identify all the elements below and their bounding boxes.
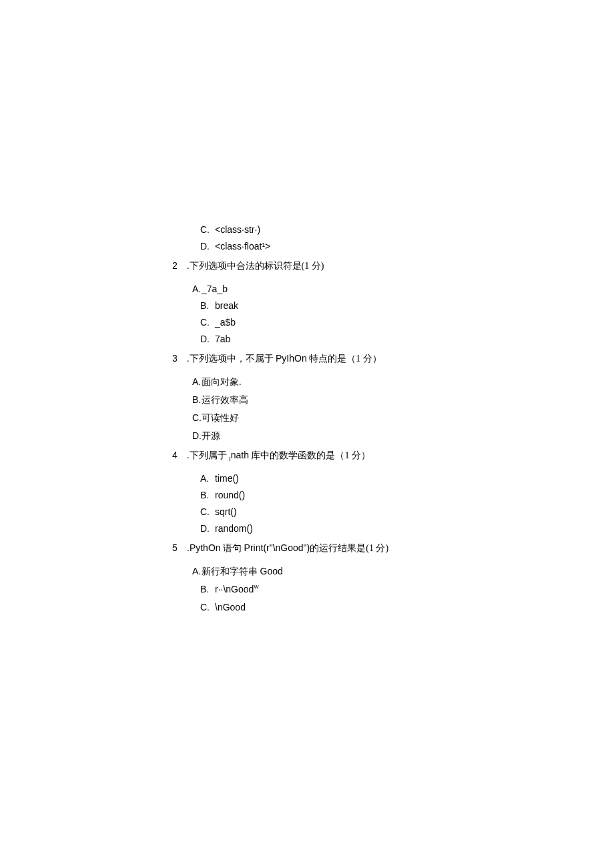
option-letter: D. (200, 522, 215, 536)
txt: 的运行结果是(1 分) (310, 543, 388, 553)
txt: w (254, 582, 258, 590)
option-text: round() (215, 490, 245, 500)
txt: Print(r"\nGood") (244, 542, 310, 553)
q3-option-a: A.面向对象. (172, 375, 506, 389)
question-5: 5 .PythOn 语句 Print(r"\nGood")的运行结果是(1 分) (172, 541, 506, 555)
option-text: \nGood (215, 602, 246, 612)
q4-option-b: B.round() (172, 488, 506, 502)
option-letter: C. (200, 600, 215, 614)
question-body: .PythOn 语句 Print(r"\nGood")的运行结果是(1 分) (187, 541, 388, 555)
option-letter: D. (192, 429, 202, 443)
option-letter: B. (200, 299, 215, 313)
option-letter: C. (200, 505, 215, 519)
txt: 特点的是（1 分） (307, 354, 382, 364)
option-letter: A. (192, 375, 202, 389)
option-letter: B. (200, 488, 215, 502)
q4-option-c: C.sqrt() (172, 505, 506, 519)
txt: .下列选项中，不属于 (187, 354, 276, 364)
option-text: 可读性好 (202, 413, 239, 423)
option-letter: A. (192, 564, 202, 578)
q5-option-c: C.\nGood (172, 600, 506, 614)
question-body: .下列属于 Inath 库中的数学函数的是（1 分） (187, 448, 370, 462)
txt: 语句 (221, 543, 244, 553)
option-text: sqrt() (215, 506, 237, 517)
option-letter: B. (192, 393, 202, 407)
q2-option-c: C._a$b (172, 316, 506, 330)
option-text: 面向对象. (202, 377, 242, 387)
option-letter: A. (200, 472, 215, 486)
option-text: 开源 (202, 431, 220, 441)
frag1-option-d: D.<class·float¹> (172, 240, 506, 254)
question-3: 3 .下列选项中，不属于 PyIhOn 特点的是（1 分） (172, 352, 506, 366)
q5-option-b: B.r··\nGoodw (172, 582, 506, 596)
option-text: <class·str·) (215, 224, 260, 235)
option-text: r··\nGoodw (215, 584, 258, 594)
question-number: 4 (172, 448, 187, 462)
question-body: .下列选项中合法的标识符是(1 分) (187, 259, 324, 273)
option-text: break (215, 300, 238, 311)
question-number: 5 (172, 541, 187, 555)
q2-option-d: D.7ab (172, 332, 506, 346)
option-text: _a$b (215, 317, 236, 328)
option-text: 运行效率高 (202, 395, 248, 405)
question-4: 4 .下列属于 Inath 库中的数学函数的是（1 分） (172, 448, 506, 462)
option-text: 7ab (215, 334, 230, 344)
option-text: <class·float¹> (215, 241, 270, 252)
question-number: 3 (172, 352, 187, 366)
option-letter: C. (200, 223, 215, 237)
question-2: 2 .下列选项中合法的标识符是(1 分) (172, 259, 506, 273)
q2-option-a: A._7a_b (172, 282, 506, 296)
txt: .PythOn (187, 542, 221, 553)
option-letter: B. (200, 582, 215, 596)
option-letter: D. (200, 332, 215, 346)
option-letter: D. (200, 240, 215, 254)
question-body: .下列选项中，不属于 PyIhOn 特点的是（1 分） (187, 352, 382, 366)
txt: nath (231, 450, 249, 460)
q3-option-c: C.可读性好 (172, 411, 506, 425)
option-text: 新行和字符串 (202, 566, 260, 576)
txt: r··\nGood (215, 584, 254, 594)
frag1-option-c: C.<class·str·) (172, 223, 506, 237)
option-letter: A. (192, 282, 202, 296)
q3-option-d: D.开源 (172, 429, 506, 443)
q5-option-a: A.新行和字符串 Good (172, 564, 506, 578)
exam-content: C.<class·str·) D.<class·float¹> 2 .下列选项中… (172, 223, 506, 617)
txt: 库中的数学函数的是（1 分） (249, 450, 370, 460)
option-text: Good (260, 566, 283, 576)
q4-option-a: A.time() (172, 472, 506, 486)
option-text: random() (215, 523, 253, 534)
option-letter: C. (200, 316, 215, 330)
q4-option-d: D.random() (172, 522, 506, 536)
option-text: _7a_b (202, 284, 228, 294)
txt: .下列属于 (187, 450, 229, 460)
option-text: time() (215, 473, 239, 484)
q2-option-b: B.break (172, 299, 506, 313)
question-number: 2 (172, 259, 187, 273)
option-letter: C. (192, 411, 202, 425)
q3-option-b: B.运行效率高 (172, 393, 506, 407)
txt: PyIhOn (276, 353, 307, 364)
